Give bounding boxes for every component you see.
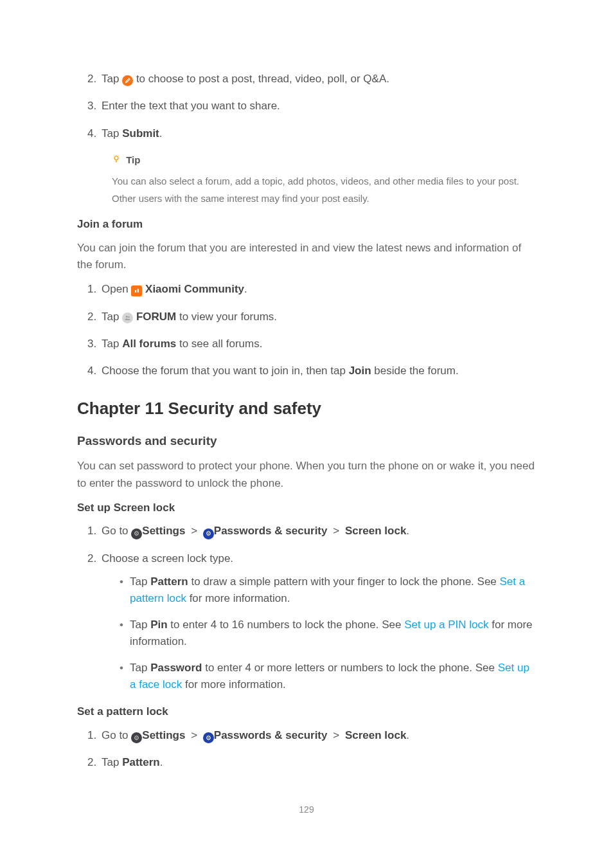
lock-type-list: Tap Pattern to draw a simple pattern wit…	[102, 574, 536, 693]
svg-point-3	[126, 316, 128, 318]
breadcrumb-sep: >	[191, 729, 197, 741]
bulb-icon	[112, 154, 123, 165]
list-item: Tap Pin to enter 4 to 16 numbers to lock…	[120, 617, 536, 651]
pw-sec-label: Passwords & security	[214, 525, 328, 537]
compose-icon	[122, 75, 133, 86]
app-name: Xiaomi Community	[145, 283, 244, 295]
submit-label: Submit	[122, 127, 159, 140]
list-item: Tap Password to enter 4 or more letters …	[120, 660, 536, 694]
list-item: 1. Go to ⚙Settings > ⚙Passwords & securi…	[87, 727, 536, 744]
breadcrumb-sep: >	[333, 729, 339, 741]
step-text: .	[244, 283, 247, 295]
svg-rect-1	[135, 290, 136, 293]
pattern-lock-steps: 1. Go to ⚙Settings > ⚙Passwords & securi…	[77, 727, 536, 772]
list-item: 2. Choose a screen lock type. Tap Patter…	[87, 550, 536, 693]
section-intro: You can set password to protect your pho…	[77, 458, 536, 492]
list-item: 3. Tap All forums to see all forums.	[87, 336, 536, 352]
breadcrumb-sep: >	[333, 525, 339, 537]
step-text: Tap	[102, 756, 119, 768]
step-text: Tap	[102, 127, 119, 140]
svg-point-0	[114, 156, 118, 160]
screen-lock-steps: 1. Go to ⚙Settings > ⚙Passwords & securi…	[77, 523, 536, 693]
password-label: Password	[150, 662, 202, 674]
list-item: 2. Tap to choose to post a post, thread,…	[87, 71, 536, 87]
document-page: 2. Tap to choose to post a post, thread,…	[0, 0, 613, 856]
all-forums-label: All forums	[122, 338, 176, 350]
settings-icon: ⚙	[131, 732, 142, 743]
step-text: to choose to post a post, thread, video,…	[136, 73, 389, 85]
passwords-security-icon: ⚙	[203, 529, 214, 539]
passwords-security-icon: ⚙	[203, 732, 214, 743]
list-item: 4. Tap Submit.	[87, 125, 536, 142]
pin-label: Pin	[150, 619, 167, 631]
screen-lock-heading: Set up Screen lock	[77, 500, 536, 516]
page-number: 129	[77, 803, 536, 817]
bullet-text: for more information.	[190, 592, 290, 604]
bullet-text: Tap	[130, 662, 147, 674]
tip-body: You can also select a forum, add a topic…	[112, 172, 536, 207]
step-text: .	[406, 729, 409, 741]
bullet-text: to enter 4 to 16 numbers to lock the pho…	[170, 619, 401, 631]
tip-title-text: Tip	[126, 154, 140, 165]
join-forum-intro: You can join the forum that you are inte…	[77, 240, 536, 274]
list-item: 1. Go to ⚙Settings > ⚙Passwords & securi…	[87, 523, 536, 539]
pattern-label: Pattern	[150, 575, 188, 588]
step-text: to view your forums.	[179, 311, 277, 323]
join-forum-heading: Join a forum	[77, 216, 536, 233]
step-text: Open	[102, 283, 129, 295]
settings-label: Settings	[142, 525, 185, 537]
step-text: Tap	[102, 311, 119, 323]
step-text: Choose a screen lock type.	[102, 552, 233, 565]
step-text: .	[159, 127, 163, 140]
bullet-text: for more information.	[185, 678, 286, 691]
step-text: to see all forums.	[179, 338, 262, 350]
list-item: 2. Tap FORUM to view your forums.	[87, 309, 536, 325]
step-text: Go to	[102, 525, 129, 537]
pw-sec-label: Passwords & security	[214, 729, 328, 741]
list-item: 2. Tap Pattern.	[87, 754, 536, 771]
bullet-text: to draw a simple pattern with your finge…	[191, 575, 496, 588]
bullet-text: to enter 4 or more letters or numbers to…	[205, 662, 495, 674]
chapter-title: Chapter 11 Security and safety	[77, 395, 536, 421]
bullet-text: Tap	[130, 619, 147, 631]
screen-lock-label: Screen lock	[345, 525, 406, 537]
step-text: Go to	[102, 729, 129, 741]
screen-lock-label: Screen lock	[345, 729, 406, 741]
pin-lock-link[interactable]: Set up a PIN lock	[404, 619, 488, 631]
section-title: Passwords and security	[77, 431, 536, 450]
step-text: Tap	[102, 338, 119, 350]
settings-icon: ⚙	[131, 529, 142, 539]
bullet-text: Tap	[130, 575, 147, 588]
svg-point-4	[128, 316, 129, 318]
step-text: .	[406, 525, 409, 537]
tip-title: Tip	[112, 152, 536, 167]
svg-rect-2	[138, 289, 139, 293]
join-forum-steps: 1. Open Xiaomi Community. 2. Tap FORUM t…	[77, 281, 536, 379]
step-text: Tap	[102, 73, 119, 85]
pattern-label: Pattern	[122, 756, 160, 768]
step-text: Enter the text that you want to share.	[102, 100, 280, 112]
step-text: beside the forum.	[374, 365, 458, 377]
list-item: Tap Pattern to draw a simple pattern wit…	[120, 574, 536, 608]
list-item: 4. Choose the forum that you want to joi…	[87, 363, 536, 379]
join-label: Join	[349, 365, 371, 377]
settings-label: Settings	[142, 729, 185, 741]
breadcrumb-sep: >	[191, 525, 197, 537]
tip-block: Tip You can also select a forum, add a t…	[77, 152, 536, 207]
list-item: 3. Enter the text that you want to share…	[87, 98, 536, 114]
list-item: 1. Open Xiaomi Community.	[87, 281, 536, 298]
pattern-lock-heading: Set a pattern lock	[77, 703, 536, 720]
xiaomi-community-icon	[131, 285, 142, 296]
step-text: Choose the forum that you want to join i…	[102, 365, 346, 377]
post-steps-list: 2. Tap to choose to post a post, thread,…	[77, 71, 536, 142]
forum-icon	[122, 312, 133, 323]
forum-label: FORUM	[136, 311, 176, 323]
step-text: .	[160, 756, 163, 768]
